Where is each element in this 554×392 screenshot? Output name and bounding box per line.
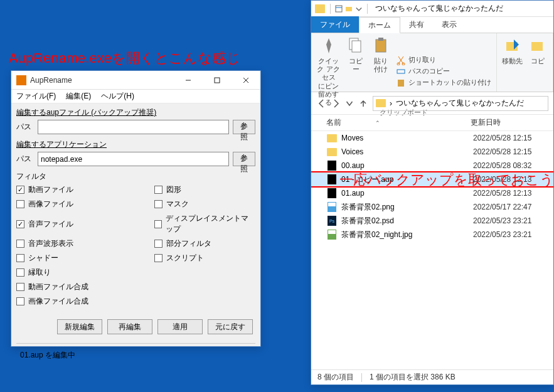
checkbox-script[interactable]: スクリプト bbox=[154, 253, 255, 263]
annotation-backup-hint: 一応バックアップを取っておこう bbox=[339, 171, 554, 189]
file-list: Moves2022/05/28 12:15Voices2022/05/28 12… bbox=[311, 131, 553, 369]
explorer-window-title: ついなちゃんって鬼じゃなかったんだ bbox=[375, 3, 503, 14]
minimize-button[interactable] bbox=[174, 71, 203, 89]
status-selection: 1 個の項目を選択 386 KB bbox=[370, 372, 455, 383]
status-item-count: 8 個の項目 bbox=[317, 372, 354, 383]
apply-button[interactable]: 適用 bbox=[157, 319, 203, 334]
folder-icon bbox=[326, 133, 338, 143]
annotation-open-hint: AupRename.exeを開くとこんな感じ bbox=[9, 49, 240, 68]
folder-icon bbox=[376, 99, 386, 107]
auprename-window: AupRename ファイル(F) 編集(E) ヘルプ(H) 編集するaupファ… bbox=[11, 70, 261, 347]
svg-rect-16 bbox=[531, 42, 543, 51]
tab-share[interactable]: 共有 bbox=[400, 16, 433, 33]
file-date: 2022/05/28 08:32 bbox=[473, 161, 531, 170]
svg-rect-1 bbox=[215, 78, 220, 83]
file-name: 01.aup bbox=[341, 189, 473, 198]
explorer-titlebar[interactable]: ついなちゃんって鬼じゃなかったんだ bbox=[311, 1, 553, 17]
file-row[interactable]: Moves2022/05/28 12:15 bbox=[311, 131, 553, 145]
ribbon: クイック アクセス にピン留めする コピー 貼り付け 切り取り パスのコピー シ… bbox=[311, 33, 553, 92]
aup-icon bbox=[326, 188, 338, 198]
checkbox-audio[interactable]: 音声ファイル bbox=[16, 213, 154, 235]
checkbox-waveform[interactable]: 音声波形表示 bbox=[16, 238, 154, 249]
address-bar[interactable]: › ついなちゃんって鬼じゃなかったんだ bbox=[373, 96, 548, 111]
sort-caret-icon: ⌃ bbox=[375, 120, 380, 126]
file-date: 2022/05/28 12:13 bbox=[473, 189, 531, 198]
checkbox-shape[interactable]: 図形 bbox=[154, 184, 255, 195]
qat-properties-icon[interactable] bbox=[334, 4, 343, 13]
png-icon bbox=[326, 202, 338, 212]
checkbox-shadow[interactable]: シャドー bbox=[16, 253, 154, 263]
file-row[interactable]: 茶番背景02.png2022/05/17 22:47 bbox=[311, 200, 553, 214]
app-icon bbox=[16, 75, 26, 85]
address-bar-row: › ついなちゃんって鬼じゃなかったんだ bbox=[311, 92, 553, 115]
jpg-icon bbox=[326, 230, 338, 240]
file-date: 2022/05/17 22:47 bbox=[473, 203, 531, 211]
titlebar[interactable]: AupRename bbox=[11, 71, 260, 90]
file-name: Voices bbox=[341, 147, 473, 156]
aup-browse-button[interactable]: 参照 bbox=[233, 120, 255, 134]
file-name: 茶番背景02_night.jpg bbox=[341, 230, 473, 240]
statusbar: 8 個の項目 1 個の項目を選択 386 KB bbox=[311, 369, 553, 384]
tab-view[interactable]: 表示 bbox=[433, 16, 466, 33]
app-browse-button[interactable]: 参照 bbox=[233, 152, 255, 166]
path-label: パス bbox=[16, 122, 34, 132]
maximize-button[interactable] bbox=[203, 71, 232, 89]
column-name[interactable]: 名前⌃ bbox=[311, 117, 471, 128]
group-app-label: 編集するアプリケーション bbox=[16, 139, 255, 150]
file-date: 2022/05/28 12:15 bbox=[473, 134, 531, 142]
revert-button[interactable]: 元に戻す bbox=[208, 319, 253, 334]
new-edit-button[interactable]: 新規編集 bbox=[57, 319, 102, 334]
tab-file[interactable]: ファイル bbox=[311, 16, 359, 33]
svg-rect-4 bbox=[336, 6, 342, 12]
checkbox-border[interactable]: 縁取り bbox=[16, 267, 154, 278]
app-path-input[interactable] bbox=[38, 152, 229, 166]
nav-up-icon[interactable] bbox=[358, 98, 369, 109]
svg-rect-9 bbox=[376, 40, 386, 52]
checkbox-mask[interactable]: マスク bbox=[154, 199, 255, 209]
ribbon-copy-to[interactable]: コピ bbox=[528, 36, 548, 82]
file-row[interactable]: Ps茶番背景02.psd2022/05/23 23:21 bbox=[311, 214, 553, 228]
file-name: 茶番背景02.psd bbox=[341, 216, 473, 226]
menu-edit[interactable]: 編集(E) bbox=[66, 91, 91, 102]
checkbox-image-comp[interactable]: 画像ファイル合成 bbox=[16, 296, 154, 307]
path-label-2: パス bbox=[16, 154, 34, 164]
ribbon-cut[interactable]: 切り取り bbox=[396, 55, 491, 65]
qat-dropdown-icon[interactable] bbox=[354, 4, 363, 13]
explorer-window: ついなちゃんって鬼じゃなかったんだ ファイル ホーム 共有 表示 クイック アク… bbox=[311, 0, 554, 385]
file-date: 2022/05/23 23:21 bbox=[473, 230, 531, 239]
breadcrumb-sep: › bbox=[390, 99, 392, 108]
qat-new-folder-icon[interactable] bbox=[344, 4, 353, 13]
svg-rect-8 bbox=[352, 41, 361, 52]
window-title: AupRename bbox=[30, 76, 174, 85]
nav-forward-icon[interactable] bbox=[330, 98, 341, 109]
group-aup-label: 編集するaupファイル (バックアップ推奨) bbox=[16, 107, 255, 118]
ribbon-copy-path[interactable]: パスのコピー bbox=[396, 66, 491, 77]
close-button[interactable] bbox=[232, 71, 260, 89]
filter-label: フィルタ bbox=[16, 171, 255, 182]
psd-icon: Ps bbox=[326, 216, 338, 226]
column-date[interactable]: 更新日時 bbox=[471, 117, 553, 128]
checkbox-image[interactable]: 画像ファイル bbox=[16, 199, 154, 209]
file-row[interactable]: 茶番背景02_night.jpg2022/05/23 23:21 bbox=[311, 228, 553, 241]
menu-help[interactable]: ヘルプ(H) bbox=[101, 91, 134, 102]
checkbox-video[interactable]: 動画ファイル bbox=[16, 184, 154, 195]
file-date: 2022/05/28 12:15 bbox=[473, 147, 531, 156]
checkbox-displacement[interactable]: ディスプレイスメントマップ bbox=[154, 213, 255, 235]
file-name: 茶番背景02.png bbox=[341, 202, 473, 213]
checkbox-partial[interactable]: 部分フィルタ bbox=[154, 238, 255, 249]
folder-icon bbox=[315, 4, 325, 13]
reedit-button[interactable]: 再編集 bbox=[107, 319, 152, 334]
nav-recent-icon[interactable] bbox=[344, 98, 355, 109]
folder-icon bbox=[326, 147, 338, 157]
file-date: 2022/05/23 23:21 bbox=[473, 216, 531, 225]
ribbon-paste-shortcut[interactable]: ショートカットの貼り付け bbox=[396, 78, 491, 88]
status-text: 01.aup を編集中 bbox=[16, 343, 255, 367]
aup-path-input[interactable] bbox=[38, 120, 229, 134]
checkbox-video-comp[interactable]: 動画ファイル合成 bbox=[16, 282, 154, 292]
file-row[interactable]: Voices2022/05/28 12:15 bbox=[311, 145, 553, 159]
breadcrumb-current[interactable]: ついなちゃんって鬼じゃなかったんだ bbox=[396, 98, 524, 109]
ribbon-move-to[interactable]: 移動先 bbox=[502, 36, 523, 82]
nav-back-icon[interactable] bbox=[316, 98, 328, 109]
menu-file[interactable]: ファイル(F) bbox=[16, 91, 56, 102]
tab-home[interactable]: ホーム bbox=[359, 17, 400, 33]
